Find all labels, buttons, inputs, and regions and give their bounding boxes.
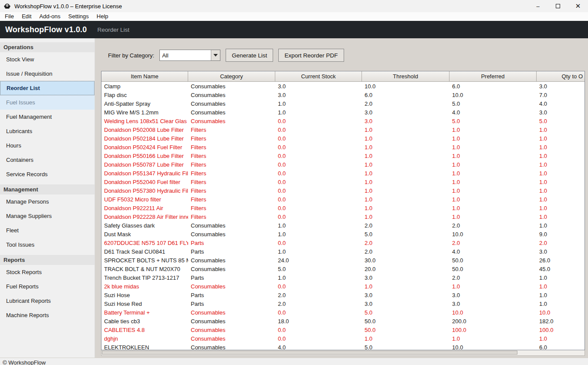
menu-item-edit[interactable]: Edit [18, 12, 35, 21]
sidebar-item-fuel-reports[interactable]: Fuel Reports [0, 279, 95, 294]
sidebar-item-service-records[interactable]: Service Records [0, 167, 95, 181]
table-row[interactable]: Suzi HoseParts2.03.03.01.0 [101, 291, 585, 299]
table-row[interactable]: Donaldson P550166 Lube FilterFilters0.01… [101, 151, 585, 160]
cell-name: dghjn [101, 335, 188, 342]
sidebar-item-hours[interactable]: Hours [0, 138, 95, 153]
cell-preferred: 1.0 [449, 205, 537, 211]
cell-preferred: 10.0 [449, 344, 537, 350]
cell-qty: 1.0 [537, 292, 585, 298]
table-row[interactable]: TRACK BOLT & NUT M20X70Consumables5.020.… [101, 265, 585, 273]
generate-list-button[interactable]: Generate List [226, 49, 273, 62]
sidebar-item-fuel-issues[interactable]: Fuel Issues [0, 95, 95, 110]
column-header-category[interactable]: Category [188, 71, 275, 82]
sidebar-item-fleet[interactable]: Fleet [0, 223, 95, 238]
table-row[interactable]: Battery Terminal +Consumables0.05.010.01… [101, 308, 585, 317]
sidebar-item-containers[interactable]: Containers [0, 153, 95, 167]
sidebar-item-issue-requisition[interactable]: Issue / Requisition [0, 67, 95, 81]
sidebar-item-lubricant-reports[interactable]: Lubricant Reports [0, 294, 95, 308]
cell-qty: 182.0 [537, 318, 585, 325]
table-row[interactable]: Cable ties cb3Consumables18.050.0200.018… [101, 317, 585, 325]
column-header-name[interactable]: Item Name [101, 71, 188, 82]
cell-name: Donaldson P922228 Air Filter inner [101, 214, 188, 220]
sidebar-item-tool-issues[interactable]: Tool Issues [0, 238, 95, 252]
cell-name: Donaldson P552040 Fuel filter [101, 179, 188, 185]
status-text: © WorkshopFlow [3, 359, 46, 365]
column-header-preferred[interactable]: Preferred [449, 71, 537, 82]
table-row[interactable]: 6207DDUC3E N575 107 D61 FLYWHEIParts0.02… [101, 238, 585, 247]
table-row[interactable]: 2k blue midasConsumables0.01.01.01.0 [101, 282, 585, 291]
menu-item-settings[interactable]: Settings [64, 12, 93, 21]
table-body: ClampConsumables3.010.06.03.0Flap discCo… [101, 82, 585, 350]
cell-preferred: 1.0 [449, 135, 537, 142]
export-reorder-pdf-button[interactable]: Export Reorder PDF [278, 49, 344, 62]
table-row[interactable]: SPROCKET BOLTS + NUTS 85 M23X7Consumable… [101, 256, 585, 265]
sidebar-item-machine-reports[interactable]: Machine Reports [0, 308, 95, 322]
table-row[interactable]: Suzi Hose RedParts2.03.03.01.0 [101, 299, 585, 308]
sidebar-item-reorder-list[interactable]: Reorder List [0, 81, 95, 95]
cell-name: Welding Lens 108x51 Clear Glas [101, 118, 188, 124]
table-row[interactable]: Dust MaskConsumables1.05.010.09.0 [101, 230, 585, 238]
sidebar-item-lubricants[interactable]: Lubricants [0, 124, 95, 138]
sidebar-item-manage-persons[interactable]: Manage Persons [0, 194, 95, 209]
menu-item-file[interactable]: File [1, 12, 18, 21]
menu-item-add-ons[interactable]: Add-ons [35, 12, 64, 21]
reorder-table: Item NameCategoryCurrent StockThresholdP… [101, 71, 585, 350]
table-row[interactable]: Safety Glasses darkConsumables1.02.02.01… [101, 221, 585, 230]
sidebar-item-stock-reports[interactable]: Stock Reports [0, 265, 95, 279]
cell-preferred: 2.0 [449, 275, 537, 281]
dropdown-button[interactable] [211, 50, 220, 60]
table-row[interactable]: Trench Bucket TIP 2713-1217Parts1.03.02.… [101, 273, 585, 282]
table-row[interactable]: Donaldson P502424 Fuel FilterFilters0.01… [101, 143, 585, 151]
table-row[interactable]: Welding Lens 108x51 Clear GlasConsumable… [101, 117, 585, 125]
table-row[interactable]: UDF F5032 Micro filterFilters0.01.01.01.… [101, 195, 585, 204]
cell-qty: 1.0 [537, 161, 585, 168]
table-row[interactable]: D61 Track Seal CU0841Parts1.02.04.03.0 [101, 247, 585, 256]
category-filter-dropdown[interactable]: All [159, 50, 220, 61]
maximize-icon[interactable] [548, 0, 568, 12]
sidebar-item-manage-suppliers[interactable]: Manage Suppliers [0, 209, 95, 223]
column-header-threshold[interactable]: Threshold [362, 71, 449, 82]
table-row[interactable]: Donaldson P502008 Lube FilterFilters0.01… [101, 125, 585, 134]
cell-current: 0.0 [275, 153, 362, 159]
main-panel: Filter by Category: All Generate List Ex… [95, 38, 588, 358]
cell-category: Filters [188, 144, 275, 151]
table-row[interactable]: Flap discConsumables3.06.010.07.0 [101, 90, 585, 99]
sidebar-item-stock-view[interactable]: Stock View [0, 52, 95, 67]
cell-category: Filters [188, 127, 275, 133]
table-header-row: Item NameCategoryCurrent StockThresholdP… [101, 71, 585, 82]
minimize-icon[interactable]: – [528, 0, 548, 12]
cell-preferred: 1.0 [449, 196, 537, 203]
cell-preferred: 1.0 [449, 179, 537, 185]
cell-threshold: 2.0 [362, 222, 449, 229]
cell-qty: 2.0 [537, 240, 585, 246]
cell-name: Dust Mask [101, 231, 188, 238]
cell-threshold: 1.0 [362, 144, 449, 151]
cell-name: Safety Glasses dark [101, 222, 188, 229]
cell-qty: 1.0 [537, 144, 585, 151]
table-row[interactable]: Donaldson P550787 Lube FilterFilters0.01… [101, 160, 585, 169]
column-header-current[interactable]: Current Stock [275, 71, 362, 82]
table-row[interactable]: ClampConsumables3.010.06.03.0 [101, 82, 585, 90]
horizontal-scrollbar[interactable] [101, 350, 585, 356]
table-row[interactable]: MIG Wire M/S 1.2mmConsumables1.03.04.03.… [101, 108, 585, 117]
table-row[interactable]: ELEKTROKLEENConsumables4.05.010.06.0 [101, 343, 585, 350]
cell-current: 0.0 [275, 309, 362, 316]
cell-name: Donaldson P502184 Lube Filter [101, 135, 188, 142]
table-row[interactable]: Donaldson P922228 Air Filter innerFilter… [101, 212, 585, 221]
cell-threshold: 2.0 [362, 240, 449, 246]
table-row[interactable]: Donaldson P551347 Hydraulic FilterFilter… [101, 169, 585, 177]
scrollbar-thumb[interactable] [102, 351, 517, 355]
cell-preferred: 4.0 [449, 248, 537, 255]
table-row[interactable]: Donaldson P552040 Fuel filterFilters0.01… [101, 177, 585, 186]
menu-item-help[interactable]: Help [93, 12, 112, 21]
table-row[interactable]: Donaldson P557380 Hydraulic FilterFilter… [101, 186, 585, 195]
sidebar-item-fuel-management[interactable]: Fuel Management [0, 110, 95, 124]
table-row[interactable]: Anti-Spatter SprayConsumables1.02.05.04.… [101, 99, 585, 108]
column-header-qty[interactable]: Qty to O [537, 71, 585, 82]
table-row[interactable]: Donaldson P502184 Lube FilterFilters0.01… [101, 134, 585, 143]
close-icon[interactable]: ✕ [568, 0, 588, 12]
table-row[interactable]: dghjnConsumables0.01.01.01.0 [101, 334, 585, 343]
cell-qty: 1.0 [537, 205, 585, 211]
table-row[interactable]: CABLETIES 4.8Consumables0.050.0100.0100.… [101, 325, 585, 334]
table-row[interactable]: Donaldson P922211 AirFilters0.01.01.01.0 [101, 204, 585, 212]
